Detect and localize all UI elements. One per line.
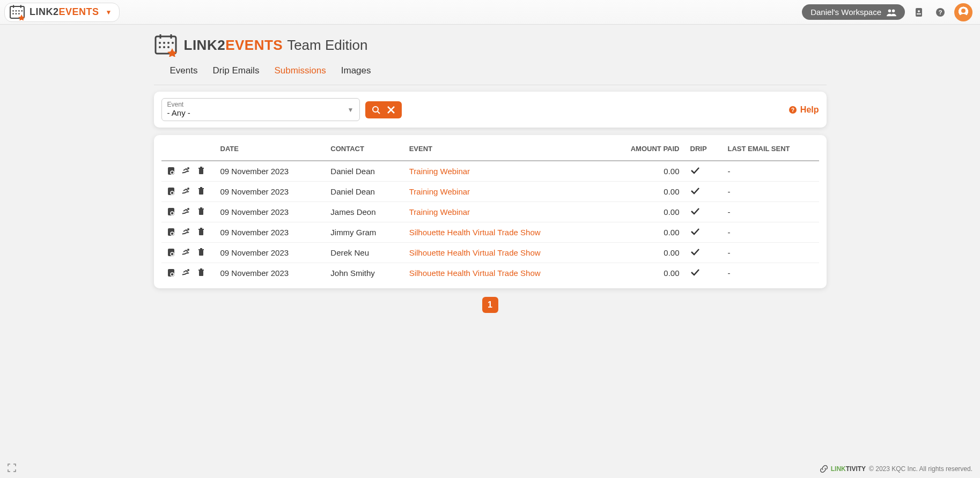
swimmer-icon xyxy=(182,186,190,195)
cell-contact: Daniel Dean xyxy=(325,161,403,182)
cell-drip xyxy=(685,202,723,222)
delete-button[interactable] xyxy=(197,166,205,176)
table-row: 09 November 2023John SmithySilhouette He… xyxy=(161,263,819,283)
event-link[interactable]: Silhouette Health Virtual Trade Show xyxy=(409,248,541,257)
activity-button[interactable] xyxy=(182,227,190,237)
swimmer-icon xyxy=(182,268,190,277)
cell-amount: 0.00 xyxy=(602,161,684,182)
delete-button[interactable] xyxy=(197,248,205,258)
delete-button[interactable] xyxy=(197,207,205,217)
help-link[interactable]: Help xyxy=(789,105,819,115)
people-icon xyxy=(887,8,896,17)
cell-drip xyxy=(685,243,723,263)
event-link[interactable]: Training Webinar xyxy=(409,187,470,196)
swimmer-icon xyxy=(182,248,190,256)
event-filter-value: - Any - xyxy=(167,108,354,117)
activity-button[interactable] xyxy=(182,166,190,176)
fullscreen-button[interactable] xyxy=(8,464,16,474)
cell-amount: 0.00 xyxy=(602,222,684,243)
trash-icon xyxy=(197,248,205,256)
activity-button[interactable] xyxy=(182,207,190,217)
event-link[interactable]: Training Webinar xyxy=(409,207,470,216)
id-badge-icon xyxy=(914,8,924,17)
table-row: 09 November 2023Jimmy GramSilhouette Hea… xyxy=(161,222,819,243)
detail-icon xyxy=(167,268,175,277)
event-link[interactable]: Training Webinar xyxy=(409,167,470,176)
cell-last-email: - xyxy=(723,243,819,263)
view-detail-button[interactable] xyxy=(167,166,175,176)
col-drip[interactable]: DRIP xyxy=(685,135,723,161)
delete-button[interactable] xyxy=(197,186,205,197)
cell-drip xyxy=(685,222,723,243)
view-detail-button[interactable] xyxy=(167,186,175,197)
tab-submissions[interactable]: Submissions xyxy=(274,62,326,79)
cell-last-email: - xyxy=(723,182,819,202)
calendar-star-icon xyxy=(9,4,25,20)
footer: LINKTIVITY © 2023 KQC Inc. All rights re… xyxy=(0,460,980,478)
tab-drip-emails[interactable]: Drip Emails xyxy=(212,62,259,79)
cell-amount: 0.00 xyxy=(602,243,684,263)
workspace-selector[interactable]: Daniel's Workspace xyxy=(802,4,905,20)
col-last-email-sent[interactable]: LAST EMAIL SENT xyxy=(723,135,819,161)
col-date[interactable]: DATE xyxy=(215,135,326,161)
caret-down-icon: ▼ xyxy=(348,106,354,114)
close-icon xyxy=(387,106,395,114)
view-detail-button[interactable] xyxy=(167,248,175,258)
view-detail-button[interactable] xyxy=(167,207,175,217)
col-contact[interactable]: CONTACT xyxy=(325,135,403,161)
view-detail-button[interactable] xyxy=(167,227,175,237)
event-link[interactable]: Silhouette Health Virtual Trade Show xyxy=(409,228,541,237)
detail-icon xyxy=(167,166,175,175)
delete-button[interactable] xyxy=(197,268,205,278)
col-event[interactable]: EVENT xyxy=(404,135,602,161)
detail-icon xyxy=(167,248,175,256)
check-icon xyxy=(690,166,700,175)
calendar-star-icon xyxy=(154,33,178,57)
cell-contact: James Deon xyxy=(325,202,403,222)
cell-date: 09 November 2023 xyxy=(215,202,326,222)
table-row: 09 November 2023Daniel DeanTraining Webi… xyxy=(161,161,819,182)
brand-dropdown[interactable]: LINK2EVENTS ▼ xyxy=(4,3,120,22)
col-actions xyxy=(161,135,215,161)
cell-amount: 0.00 xyxy=(602,202,684,222)
cell-date: 09 November 2023 xyxy=(215,222,326,243)
cell-date: 09 November 2023 xyxy=(215,182,326,202)
delete-button[interactable] xyxy=(197,227,205,237)
help-circle-icon xyxy=(935,8,945,17)
cell-last-email: - xyxy=(723,161,819,182)
event-filter-select[interactable]: Event - Any - ▼ xyxy=(161,98,360,121)
swimmer-icon xyxy=(182,207,190,215)
cell-date: 09 November 2023 xyxy=(215,243,326,263)
trash-icon xyxy=(197,227,205,236)
pagination: 1 xyxy=(154,297,827,313)
search-clear-button-group[interactable] xyxy=(365,101,402,118)
tab-events[interactable]: Events xyxy=(170,62,198,79)
swimmer-icon xyxy=(182,166,190,175)
table-row: 09 November 2023James DeonTraining Webin… xyxy=(161,202,819,222)
submissions-table: DATE CONTACT EVENT AMOUNT PAID DRIP LAST… xyxy=(161,135,819,283)
copyright-text: © 2023 KQC Inc. All rights reserved. xyxy=(869,465,972,473)
cell-contact: John Smithy xyxy=(325,263,403,283)
link-icon xyxy=(820,465,828,473)
activity-button[interactable] xyxy=(182,268,190,278)
help-link-label: Help xyxy=(800,105,819,115)
user-avatar[interactable] xyxy=(954,3,972,21)
tab-images[interactable]: Images xyxy=(341,62,371,79)
help-button[interactable] xyxy=(933,5,948,20)
id-badge-button[interactable] xyxy=(911,5,926,20)
table-row: 09 November 2023Daniel DeanTraining Webi… xyxy=(161,182,819,202)
page-1-button[interactable]: 1 xyxy=(482,297,498,313)
caret-down-icon: ▼ xyxy=(106,9,112,16)
activity-button[interactable] xyxy=(182,186,190,197)
event-filter-label: Event xyxy=(167,101,354,108)
detail-icon xyxy=(167,207,175,215)
activity-button[interactable] xyxy=(182,248,190,258)
view-detail-button[interactable] xyxy=(167,268,175,278)
trash-icon xyxy=(197,186,205,195)
user-icon xyxy=(958,7,969,18)
event-link[interactable]: Silhouette Health Virtual Trade Show xyxy=(409,268,541,278)
main-tabs: Events Drip Emails Submissions Images xyxy=(154,62,827,85)
col-amount-paid[interactable]: AMOUNT PAID xyxy=(602,135,684,161)
cell-drip xyxy=(685,161,723,182)
detail-icon xyxy=(167,186,175,195)
